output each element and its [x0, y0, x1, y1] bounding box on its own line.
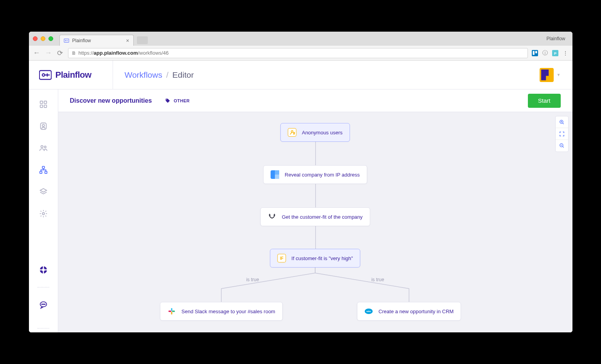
svg-rect-26 — [45, 269, 47, 271]
node-condition[interactable]: IF If customer-fit is "very high" — [270, 249, 360, 268]
svg-point-8 — [42, 73, 45, 76]
svg-point-20 — [42, 212, 45, 215]
tab-close-button[interactable]: × — [126, 37, 129, 44]
svg-rect-24 — [43, 271, 44, 274]
url-bar[interactable]: 🗎 https://app.plainflow.com/workflows/46 — [68, 48, 528, 58]
workflow-title: Discover new opportunities — [70, 97, 152, 104]
url-text: https://app.plainflow.com/workflows/46 — [79, 50, 169, 56]
avatar[interactable] — [540, 68, 554, 82]
flow-diagram: ? Anonymous users Reveal company from IP… — [58, 112, 572, 332]
sidebar-separator — [38, 328, 49, 328]
svg-point-22 — [42, 268, 45, 271]
canvas[interactable]: ? Anonymous users Reveal company from IP… — [58, 112, 572, 332]
svg-text:sales: sales — [366, 310, 371, 312]
salesforce-icon: sales — [364, 307, 373, 316]
sidebar-workflows[interactable] — [36, 163, 50, 177]
new-tab-button[interactable] — [137, 36, 148, 44]
sidebar-separator — [38, 287, 49, 287]
site-info-icon[interactable]: 🗎 — [72, 50, 76, 56]
window-maximize-button[interactable] — [48, 36, 53, 41]
workflow-header: Discover new opportunities OTHER Start — [58, 89, 572, 112]
workflow-tag[interactable]: OTHER — [165, 98, 190, 103]
branch-label-left: is true — [246, 277, 259, 282]
sidebar-users[interactable] — [36, 141, 50, 155]
svg-point-30 — [44, 304, 45, 305]
start-button[interactable]: Start — [528, 94, 561, 108]
forward-button[interactable]: → — [45, 49, 52, 57]
clearbit-icon — [271, 170, 279, 179]
svg-point-1 — [65, 40, 66, 41]
node-crm-action[interactable]: sales Create a new opportunity in CRM — [357, 302, 461, 321]
sidebar — [29, 89, 58, 332]
svg-rect-19 — [45, 171, 47, 174]
svg-rect-25 — [39, 269, 41, 271]
brand-logo-icon — [39, 70, 52, 80]
branch-label-right: is true — [371, 277, 384, 282]
workflow-tag-label: OTHER — [174, 98, 190, 103]
svg-rect-17 — [42, 166, 45, 169]
sidebar-dashboard[interactable] — [36, 97, 50, 111]
sidebar-user[interactable] — [36, 119, 50, 133]
node-label: Send Slack message to your #sales room — [181, 309, 275, 314]
svg-rect-44 — [171, 312, 172, 314]
breadcrumb-current: Editor — [172, 70, 194, 80]
node-slack-action[interactable]: Send Slack message to your #sales room — [160, 302, 283, 321]
info-extension-icon[interactable]: ⓘ — [542, 50, 548, 56]
favicon-icon — [64, 38, 69, 43]
breadcrumb-workflows[interactable]: Workflows — [125, 70, 162, 80]
brand[interactable]: Plainflow — [29, 61, 113, 89]
back-button[interactable]: ← — [33, 49, 41, 57]
brand-name: Plainflow — [56, 70, 91, 80]
reload-button[interactable]: ⟳ — [56, 49, 64, 57]
svg-rect-12 — [44, 105, 46, 107]
node-label: Anonymous users — [302, 130, 343, 136]
svg-point-14 — [42, 124, 45, 127]
svg-rect-10 — [44, 101, 46, 103]
svg-rect-45 — [169, 310, 172, 312]
window-controls — [33, 36, 53, 41]
extension-icon[interactable]: P — [552, 50, 558, 56]
node-label: Reveal company from IP address — [285, 172, 360, 178]
browser-tab[interactable]: Plainflow × — [59, 35, 134, 46]
svg-point-28 — [41, 304, 42, 305]
tabs-container: Plainflow × — [59, 32, 547, 46]
node-customer-fit[interactable]: Get the customer-fit of the company — [260, 207, 370, 226]
node-trigger[interactable]: ? Anonymous users — [280, 123, 350, 142]
svg-rect-18 — [39, 171, 42, 174]
sidebar-integrations[interactable] — [36, 185, 50, 199]
window-minimize-button[interactable] — [41, 36, 45, 41]
node-reveal-company[interactable]: Reveal company from IP address — [263, 165, 367, 184]
svg-point-31 — [167, 99, 167, 100]
browser-window: Plainflow × Plainflow ← → ⟳ 🗎 https://ap… — [29, 32, 572, 332]
svg-point-15 — [41, 146, 43, 148]
window-close-button[interactable] — [33, 36, 38, 41]
svg-rect-2 — [532, 50, 538, 56]
header-right: ▼ — [540, 68, 572, 82]
svg-rect-3 — [533, 51, 535, 55]
main: Discover new opportunities OTHER Start — [58, 89, 572, 332]
browser-toolbar: ← → ⟳ 🗎 https://app.plainflow.com/workfl… — [29, 46, 572, 61]
svg-rect-43 — [172, 310, 175, 312]
svg-text:?: ? — [293, 132, 295, 135]
svg-rect-9 — [40, 101, 42, 103]
browser-tab-bar: Plainflow × Plainflow — [29, 32, 572, 46]
sidebar-chat[interactable] — [36, 298, 50, 312]
extension-icons: ⓘ P ⋮ — [532, 50, 569, 56]
browser-profile-label[interactable]: Plainflow — [546, 36, 568, 41]
svg-point-37 — [291, 130, 293, 132]
tag-icon — [165, 98, 170, 103]
svg-rect-40 — [275, 170, 279, 175]
app-body: Discover new opportunities OTHER Start — [29, 89, 572, 332]
trello-extension-icon[interactable] — [532, 50, 538, 56]
menu-icon[interactable]: ⋮ — [562, 50, 569, 56]
svg-rect-4 — [535, 51, 537, 53]
sidebar-settings[interactable] — [36, 207, 50, 221]
slack-icon — [167, 307, 176, 316]
node-label: If customer-fit is "very high" — [291, 255, 353, 261]
sidebar-help[interactable] — [36, 263, 50, 277]
chevron-down-icon[interactable]: ▼ — [557, 73, 561, 77]
app: Plainflow Workflows / Editor ▼ — [29, 61, 572, 332]
node-label: Get the customer-fit of the company — [282, 214, 363, 220]
svg-text:P: P — [554, 52, 556, 55]
svg-point-16 — [44, 146, 46, 148]
